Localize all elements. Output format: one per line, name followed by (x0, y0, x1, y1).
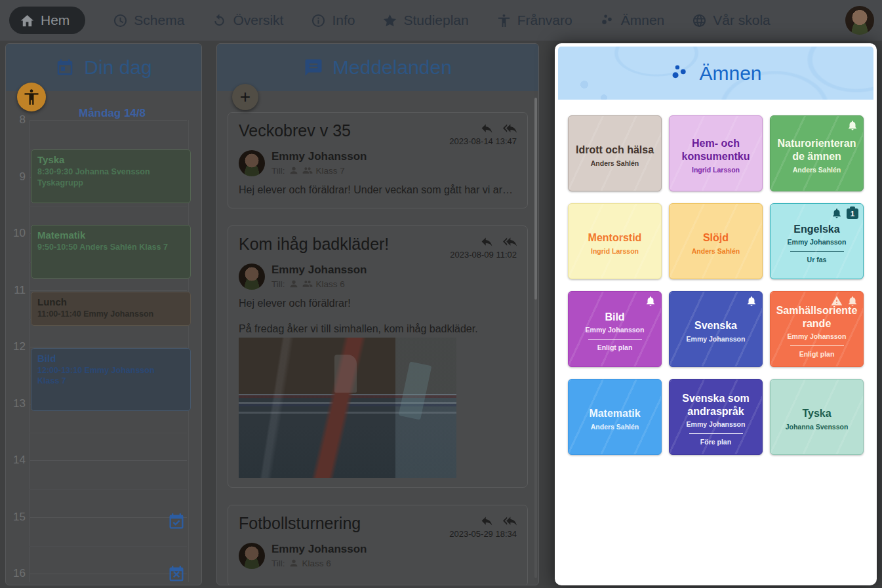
nav-item-label: Hem (41, 12, 70, 28)
message-timestamp: 2023-08-09 11:02 (450, 250, 517, 260)
subject-card[interactable]: 1 Engelska Emmy Johansson Ur fas (770, 203, 864, 279)
person-icon (289, 165, 299, 176)
message-card[interactable]: Kom ihåg badkläder! 2023-08-09 11:02 Emm… (228, 225, 528, 488)
reply-icon[interactable] (480, 235, 494, 248)
subject-title: Tyska (774, 407, 859, 420)
hour-label: 16 (10, 567, 26, 580)
bell-icon (645, 295, 656, 307)
subject-card[interactable]: Svenska Emmy Johansson (669, 291, 763, 367)
nav-item-hem[interactable]: Hem (9, 7, 85, 34)
hour-label: 13 (10, 397, 26, 410)
calendar-icon (55, 58, 75, 77)
reply-icon[interactable] (480, 121, 494, 135)
subject-teacher: Emmy Johansson (788, 332, 847, 340)
assignment-count-badge: 1 (847, 208, 858, 219)
nav-icon (212, 13, 227, 28)
subject-teacher: Ingrid Larsson (692, 166, 740, 174)
nav-icon (20, 13, 35, 28)
nav-item-label: Vår skola (713, 12, 771, 28)
subject-status: Enligt plan (597, 343, 633, 351)
calendar-event[interactable]: Tyska 8:30-9:30 Johanna Svensson Tyskagr… (31, 149, 191, 203)
nav-item--mnen[interactable]: Ämnen (600, 12, 665, 28)
subject-title: Slöjd (673, 231, 758, 245)
hour-label: 8 (10, 113, 26, 127)
top-nav: Hem Schema Översikt Info Studieplan Från… (0, 0, 882, 41)
messages-panel: Meddelanden Veckobrev v 35 2023-08-14 13… (216, 43, 539, 585)
status-divider (790, 345, 844, 346)
calendar-event[interactable]: Lunch 11:00-11:40 Emmy Johansson (31, 292, 191, 326)
subject-card[interactable]: Mentorstid Ingrid Larsson (568, 203, 662, 279)
nav-item-label: Frånvaro (517, 12, 572, 28)
sender-avatar (239, 543, 265, 569)
subject-card[interactable]: Samhällsorienterande Emmy Johansson Enli… (770, 291, 864, 367)
schedule-action-button[interactable] (167, 513, 186, 531)
to-label: Till: (271, 279, 285, 289)
nav-item-v-r-skola[interactable]: Vår skola (692, 12, 771, 28)
subject-teacher: Emmy Johansson (687, 420, 746, 428)
accessibility-button[interactable] (17, 83, 46, 111)
message-card[interactable]: Veckobrev v 35 2023-08-14 13:47 Emmy Joh… (228, 112, 528, 208)
hour-label: 15 (10, 511, 26, 524)
nav-icon (600, 13, 615, 28)
reply-all-icon[interactable] (503, 121, 517, 135)
event-details: 9:50-10:50 Anders Sahlén Klass 7 (37, 242, 184, 252)
message-timestamp: 2023-08-14 13:47 (449, 136, 517, 146)
compose-message-button[interactable]: + (232, 84, 258, 110)
subject-teacher: Anders Sahlén (591, 159, 639, 167)
to-label: Till: (271, 559, 285, 568)
warning-icon (831, 295, 843, 307)
message-title: Veckobrev v 35 (239, 121, 351, 140)
hour-row: 15 (30, 517, 187, 574)
subject-card[interactable]: Slöjd Anders Sahlén (669, 203, 763, 279)
subject-card[interactable]: Bild Emmy Johansson Enligt plan (568, 291, 662, 367)
subject-teacher: Anders Sahlén (591, 423, 639, 431)
event-title: Bild (37, 353, 184, 364)
message-card[interactable]: Fotbollsturnering 2023-05-29 18:34 Emmy … (228, 505, 528, 585)
calendar-event[interactable]: Matematik 9:50-10:50 Anders Sahlén Klass… (31, 225, 191, 279)
event-title: Lunch (37, 296, 184, 307)
to-label: Till: (271, 166, 285, 176)
schedule-action-button[interactable] (167, 565, 186, 583)
nav-item-schema[interactable]: Schema (113, 12, 184, 28)
person-icon (289, 279, 299, 289)
subjects-header: Ämnen (558, 47, 873, 100)
sender-name: Emmy Johansson (271, 264, 367, 277)
nav-item-studieplan[interactable]: Studieplan (382, 12, 468, 28)
subject-title: Bild (572, 311, 657, 324)
subject-card[interactable]: Tyska Johanna Svensson (770, 379, 864, 455)
nav-item-fr-nvaro[interactable]: Frånvaro (496, 12, 572, 28)
subject-card[interactable]: Hem- och konsumentku Ingrid Larsson (669, 115, 763, 191)
user-avatar[interactable] (845, 6, 874, 35)
subject-teacher: Ingrid Larsson (591, 247, 639, 255)
subject-status: Före plan (700, 438, 731, 446)
message-body-line: På fredag åker vi till simhallen, kom ih… (239, 323, 517, 335)
subject-card[interactable]: Idrott och hälsa Anders Sahlén (568, 115, 662, 191)
hour-row: 13 (30, 404, 187, 460)
messages-scrollbar[interactable] (534, 98, 537, 578)
reply-icon[interactable] (480, 514, 494, 528)
calendar-event[interactable]: Bild 12:00-13:10 Emmy Johansson Klass 7 (31, 348, 191, 411)
event-title: Matematik (37, 229, 184, 241)
bell-icon (847, 295, 858, 307)
sender-avatar (239, 264, 265, 290)
subject-card[interactable]: Matematik Anders Sahlén (568, 379, 662, 455)
subject-teacher: Anders Sahlén (692, 247, 740, 255)
accessibility-icon (22, 88, 41, 106)
nav-item--versikt[interactable]: Översikt (212, 12, 283, 28)
reply-all-icon[interactable] (503, 235, 517, 248)
subject-grid: Idrott och hälsa Anders Sahlén Hem- och … (558, 100, 873, 455)
din-dag-panel: Din dag Måndag 14/8 8 9 10 11 (5, 43, 202, 585)
nav-item-info[interactable]: Info (311, 12, 355, 28)
hour-row: 16 (30, 574, 187, 585)
sender-name: Emmy Johansson (271, 543, 367, 556)
subject-title: Matematik (572, 407, 657, 420)
subject-card[interactable]: Svenska som andraspråk Emmy Johansson Fö… (669, 379, 763, 455)
nav-item-label: Info (332, 12, 355, 28)
subject-title: Hem- och konsumentku (673, 137, 758, 163)
nav-icon (382, 13, 397, 28)
subjects-title: Ämnen (699, 62, 761, 85)
reply-all-icon[interactable] (503, 514, 517, 528)
hour-label: 9 (10, 170, 26, 184)
subject-card[interactable]: Naturorienterande ämnen Anders Sahlén (770, 115, 864, 191)
hour-label: 10 (10, 227, 26, 240)
